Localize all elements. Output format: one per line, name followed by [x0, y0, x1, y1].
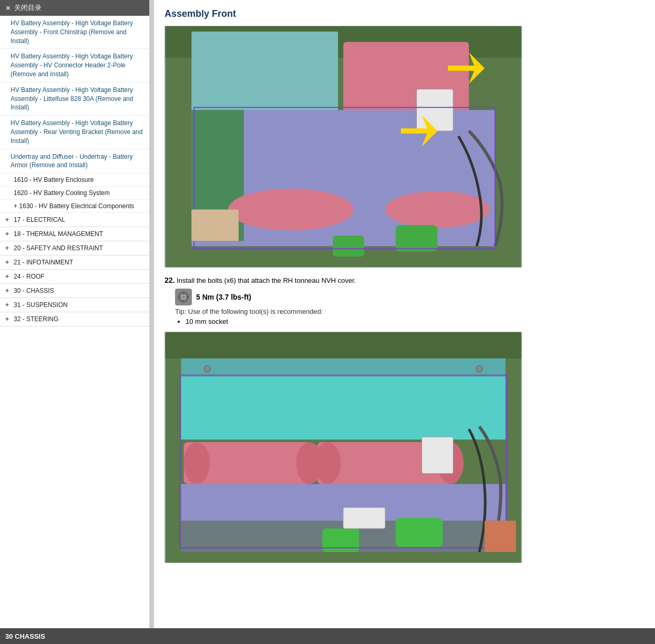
- tip-label: Tip: Use of the following tool(s) is rec…: [175, 308, 323, 315]
- svg-point-40: [476, 366, 483, 372]
- expand-icon: +: [5, 273, 12, 280]
- page-title: Assembly Front: [165, 8, 644, 19]
- expand-icon: +: [5, 301, 12, 309]
- sidebar-category-20[interactable]: + 20 - SAFETY AND RESTRAINT: [0, 241, 149, 255]
- svg-rect-23: [166, 332, 521, 359]
- sidebar-category-label: 30 - CHASSIS: [14, 287, 54, 294]
- footer-text: 30 CHASSIS: [5, 632, 45, 640]
- svg-rect-25: [181, 377, 505, 439]
- sidebar-subcategory-1630[interactable]: + 1630 - HV Battery Electrical Component…: [0, 200, 149, 213]
- sidebar-link-3[interactable]: HV Battery Assembly - High Voltage Batte…: [0, 116, 149, 149]
- expand-icon: +: [5, 287, 12, 294]
- svg-rect-2: [191, 32, 338, 115]
- bolt-icon: [175, 289, 192, 305]
- svg-rect-10: [333, 236, 364, 257]
- sidebar-resize-handle[interactable]: [150, 0, 154, 644]
- sidebar-subcategory-label: 1620 - HV Battery Cooling System: [14, 189, 110, 197]
- svg-rect-38: [485, 520, 516, 552]
- sidebar-link-1[interactable]: HV Battery Assembly - High Voltage Batte…: [0, 49, 149, 82]
- sidebar-category-label: 17 - ELECTRICAL: [14, 216, 65, 223]
- step-number: 22.: [165, 276, 175, 284]
- sidebar-subcategory-label: + 1630 - HV Battery Electrical Component…: [14, 202, 134, 210]
- expand-icon: +: [5, 259, 12, 266]
- sidebar-category-18[interactable]: + 18 - THERMAL MANAGEMENT: [0, 227, 149, 241]
- expand-icon: +: [5, 230, 12, 238]
- sidebar-category-label: 21 - INFOTAINMENT: [14, 259, 73, 266]
- sidebar-category-label: 24 - ROOF: [14, 273, 45, 280]
- tip-section: Tip: Use of the following tool(s) is rec…: [175, 308, 644, 315]
- svg-rect-41: [343, 507, 385, 528]
- sidebar-category-label: 32 - STEERING: [14, 315, 58, 323]
- sidebar-subcategory-1610[interactable]: 1610 - HV Battery Enclosure: [0, 173, 149, 187]
- sidebar-link-4[interactable]: Undertray and Diffuser - Undertray - Bat…: [0, 149, 149, 174]
- expand-icon: +: [5, 315, 12, 323]
- torque-value: 5 Nm (3.7 lbs-ft): [196, 293, 251, 301]
- torque-section: 5 Nm (3.7 lbs-ft): [175, 289, 644, 305]
- svg-rect-36: [422, 437, 453, 474]
- svg-point-39: [204, 366, 210, 372]
- sidebar-category-label: 20 - SAFETY AND RESTRAINT: [14, 244, 103, 252]
- close-icon: ✕: [5, 4, 11, 12]
- svg-point-28: [183, 442, 210, 484]
- svg-rect-14: [191, 209, 239, 241]
- sidebar-category-30[interactable]: + 30 - CHASSIS: [0, 284, 149, 298]
- sidebar-category-label: 18 - THERMAL MANAGEMENT: [14, 230, 103, 238]
- sidebar: ✕ 关闭目录 HV Battery Assembly - High Voltag…: [0, 0, 150, 644]
- sidebar-link-2[interactable]: HV Battery Assembly - High Voltage Batte…: [0, 83, 149, 116]
- sidebar-link-0[interactable]: HV Battery Assembly - High Voltage Batte…: [0, 16, 149, 49]
- sidebar-header[interactable]: ✕ 关闭目录: [0, 0, 149, 16]
- svg-rect-6: [416, 89, 453, 131]
- svg-point-30: [314, 442, 341, 484]
- sidebar-subcategory-label: 1610 - HV Battery Enclosure: [14, 176, 94, 183]
- diagram-image-2: [165, 332, 522, 563]
- svg-point-8: [385, 191, 490, 228]
- step-22-description: Install the bolts (x6) that attach the R…: [177, 277, 356, 284]
- sidebar-header-label: 关闭目录: [14, 3, 42, 13]
- footer-bar: 30 CHASSIS: [0, 628, 655, 644]
- sidebar-category-31[interactable]: + 31 - SUSPENSION: [0, 298, 149, 312]
- step-22-text: 22. Install the bolts (x6) that attach t…: [165, 276, 644, 284]
- sidebar-category-32[interactable]: + 32 - STEERING: [0, 312, 149, 326]
- svg-point-21: [182, 295, 185, 299]
- main-content: Assembly Front: [154, 0, 655, 644]
- sidebar-links-section: HV Battery Assembly - High Voltage Batte…: [0, 16, 149, 173]
- svg-rect-34: [396, 518, 443, 547]
- sidebar-subcategory-1620[interactable]: 1620 - HV Battery Cooling System: [0, 187, 149, 200]
- svg-rect-9: [396, 225, 438, 251]
- tip-list: 10 mm socket: [186, 318, 644, 325]
- tip-item-0: 10 mm socket: [186, 318, 644, 325]
- expand-icon: +: [5, 244, 12, 252]
- svg-rect-35: [322, 528, 359, 552]
- expand-icon: +: [5, 216, 12, 223]
- diagram-image-1: [165, 26, 522, 268]
- sidebar-category-label: 31 - SUSPENSION: [14, 301, 68, 309]
- sidebar-category-17[interactable]: + 17 - ELECTRICAL: [0, 213, 149, 227]
- sidebar-category-21[interactable]: + 21 - INFOTAINMENT: [0, 255, 149, 270]
- svg-rect-24: [181, 359, 505, 377]
- svg-point-7: [228, 189, 354, 231]
- sidebar-category-24[interactable]: + 24 - ROOF: [0, 270, 149, 284]
